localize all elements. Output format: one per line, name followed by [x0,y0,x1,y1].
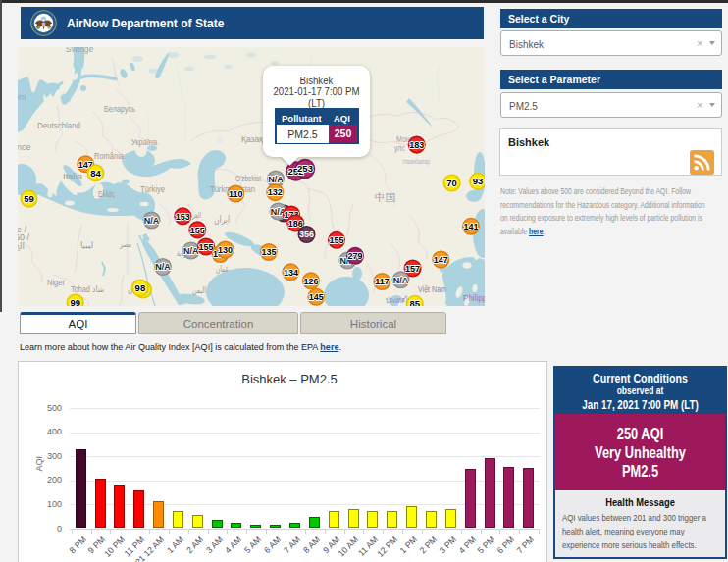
svg-text:Україна: Україна [131,137,157,147]
svg-text:N/A: N/A [393,276,409,285]
svg-text:85: 85 [410,298,421,306]
svg-text:улс: улс [394,143,405,153]
svg-text:Sverige: Sverige [66,47,93,54]
svg-text:Қазақ: Қазақ [241,134,263,144]
svg-text:183: 183 [409,140,424,150]
svg-text:98: 98 [135,282,146,293]
svg-text:România: România [94,151,124,161]
svg-text:147: 147 [434,255,448,265]
svg-text:中国: 中国 [375,191,395,203]
svg-text:Deutschland: Deutschland [37,121,80,130]
svg-text:مصر: مصر [119,239,131,249]
svg-text:الج: الج [18,241,25,251]
svg-text:N/A: N/A [268,175,284,184]
svg-text:186: 186 [288,219,303,229]
svg-text:356: 356 [299,230,314,239]
svg-text:ايران: ايران [214,214,230,225]
svg-text:93: 93 [473,176,484,186]
svg-text:عمان: عمان [216,264,229,274]
svg-text:70: 70 [446,178,457,188]
svg-text:Niger: Niger [47,278,65,287]
svg-text:132: 132 [268,187,283,197]
svg-text:135: 135 [261,247,276,257]
svg-text:145: 145 [309,292,324,302]
svg-text:N/A: N/A [155,262,171,272]
svg-text:Philippi: Philippi [463,293,485,303]
svg-text:110: 110 [229,189,243,199]
svg-text:279: 279 [347,251,362,261]
svg-text:Ελλάς: Ελλάς [98,189,115,199]
svg-text:155: 155 [190,226,205,235]
svg-text:155: 155 [329,235,343,245]
svg-text:134: 134 [284,268,298,278]
svg-text:ance: ance [18,142,31,152]
svg-text:99: 99 [70,297,80,306]
svg-text:157: 157 [405,264,420,274]
svg-text:59: 59 [24,193,34,204]
svg-text:126: 126 [303,277,318,286]
svg-text:117: 117 [375,277,390,286]
svg-text:155: 155 [198,242,213,252]
svg-text:Tchad شاد: Tchad شاد [71,284,104,294]
svg-text:153: 153 [176,212,190,222]
svg-text:84: 84 [90,168,101,179]
svg-text:om: om [18,92,26,102]
svg-text:Türkiye: Türkiye [140,184,165,194]
svg-text:N/A: N/A [144,216,160,226]
svg-text:اليمن: اليمن [192,285,206,295]
svg-text:253: 253 [297,163,313,174]
svg-text:Улаанбаатар: Улаанбаатар [402,158,430,166]
svg-text:141: 141 [463,222,478,231]
svg-text:ليبيا: ليبيا [80,240,93,250]
svg-text:Italia: Italia [63,172,82,181]
svg-text:Беларусь: Беларусь [104,104,135,114]
svg-text:Việt Nam: Việt Nam [418,284,446,294]
svg-text:130: 130 [218,245,233,255]
svg-text:O’zbekist: O’zbekist [235,174,261,183]
svg-text:N/A: N/A [183,246,199,256]
